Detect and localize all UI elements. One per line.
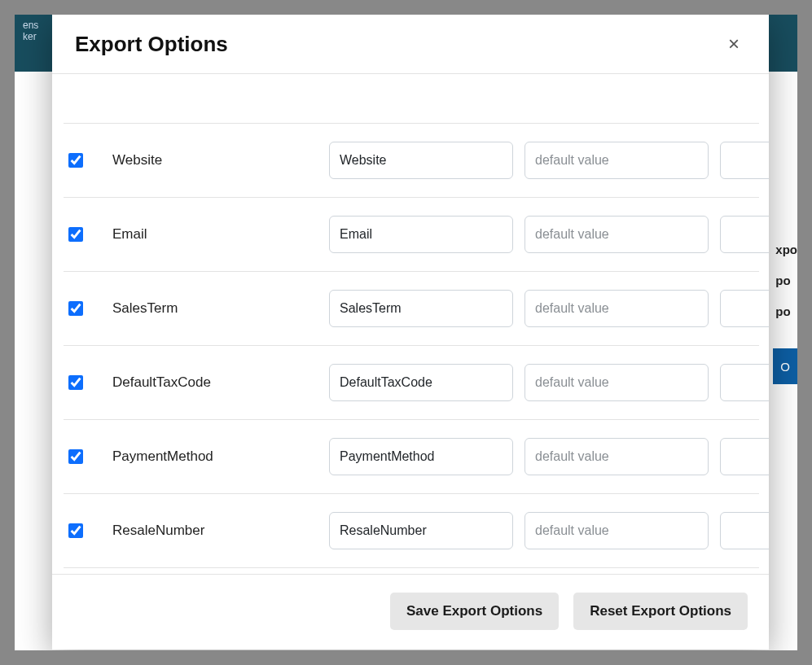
field-label: DefaultTaxCode bbox=[94, 374, 306, 391]
field-label: Website bbox=[94, 152, 306, 168]
field-enabled-checkbox[interactable] bbox=[68, 375, 83, 390]
close-button[interactable]: × bbox=[722, 31, 746, 57]
field-default-input[interactable] bbox=[525, 142, 709, 179]
field-default-input[interactable] bbox=[525, 290, 709, 327]
save-export-options-button[interactable]: Save Export Options bbox=[390, 593, 559, 630]
field-default-input[interactable] bbox=[525, 438, 709, 475]
modal-title: Export Options bbox=[75, 32, 228, 57]
field-enabled-checkbox[interactable] bbox=[68, 153, 83, 168]
field-order-input[interactable] bbox=[720, 216, 769, 253]
field-row-partial bbox=[64, 74, 759, 124]
close-icon: × bbox=[728, 33, 740, 55]
field-name-input[interactable] bbox=[329, 438, 513, 475]
field-enabled-checkbox[interactable] bbox=[68, 523, 83, 538]
field-order-input[interactable] bbox=[720, 142, 769, 179]
background-side-button[interactable]: O bbox=[773, 348, 797, 384]
field-default-input[interactable] bbox=[525, 216, 709, 253]
modal-header: Export Options × bbox=[52, 15, 769, 73]
export-options-modal: Export Options × WebsiteEmailSalesTermDe… bbox=[52, 15, 769, 650]
field-default-input[interactable] bbox=[525, 364, 709, 401]
field-name-input[interactable] bbox=[329, 512, 513, 549]
field-name-input[interactable] bbox=[329, 364, 513, 401]
field-label: ResaleNumber bbox=[94, 523, 306, 539]
field-row: DefaultTaxCode bbox=[64, 346, 759, 420]
field-order-input[interactable] bbox=[720, 512, 769, 549]
field-label: Email bbox=[94, 226, 306, 243]
field-row: Email bbox=[64, 198, 759, 272]
field-row: SalesTerm bbox=[64, 272, 759, 346]
background-side-text: xpo po po bbox=[775, 234, 797, 327]
modal-body-scroll[interactable]: WebsiteEmailSalesTermDefaultTaxCodePayme… bbox=[52, 74, 769, 574]
field-name-input[interactable] bbox=[329, 216, 513, 253]
field-label: SalesTerm bbox=[94, 300, 306, 317]
field-order-input[interactable] bbox=[720, 438, 769, 475]
field-enabled-checkbox[interactable] bbox=[68, 449, 83, 464]
field-name-input[interactable] bbox=[329, 290, 513, 327]
bg-text: ens bbox=[23, 20, 38, 31]
field-order-input[interactable] bbox=[720, 290, 769, 327]
modal-footer: Save Export Options Reset Export Options bbox=[52, 575, 769, 650]
scroll-spacer-bottom bbox=[64, 568, 759, 574]
field-default-input[interactable] bbox=[525, 512, 709, 549]
field-row: ResaleNumber bbox=[64, 494, 759, 568]
modal-body-wrapper: WebsiteEmailSalesTermDefaultTaxCodePayme… bbox=[52, 73, 769, 575]
field-name-input[interactable] bbox=[329, 142, 513, 179]
field-enabled-checkbox[interactable] bbox=[68, 301, 83, 316]
field-enabled-checkbox[interactable] bbox=[68, 227, 83, 242]
bg-text: ker bbox=[23, 31, 37, 42]
app-backdrop: ens ker xpo po po O Export Options × bbox=[15, 15, 797, 650]
field-order-input[interactable] bbox=[720, 364, 769, 401]
field-row: Website bbox=[64, 124, 759, 198]
reset-export-options-button[interactable]: Reset Export Options bbox=[573, 593, 748, 630]
field-label: PaymentMethod bbox=[94, 448, 306, 465]
field-row: PaymentMethod bbox=[64, 420, 759, 494]
